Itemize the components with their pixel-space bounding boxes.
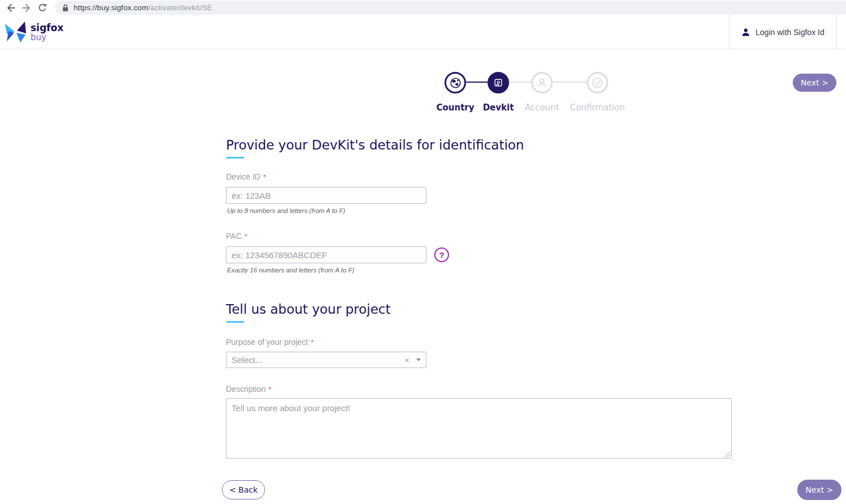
stepper-step-confirmation[interactable]: Confirmation [563, 72, 631, 113]
purpose-select-placeholder: Select... [232, 355, 404, 365]
confirmation-step-circle [587, 72, 608, 93]
pac-label: PAC* [226, 232, 247, 241]
description-textarea[interactable] [226, 398, 732, 459]
devkit-icon [494, 78, 503, 87]
pac-help-icon[interactable]: ? [434, 247, 449, 262]
user-icon [741, 28, 750, 37]
page: https://buy.sigfox.com/activate/devkit/S… [0, 0, 846, 504]
project-section-title: Tell us about your project [226, 302, 391, 317]
section-underline-2 [227, 321, 244, 323]
back-button[interactable]: < Back [222, 480, 265, 499]
reload-icon[interactable] [36, 2, 49, 14]
pac-label-text: PAC [226, 232, 242, 241]
devkit-step-circle [488, 72, 509, 93]
forward-arrow-icon[interactable] [20, 2, 33, 14]
purpose-required-mark: * [311, 338, 314, 347]
sigfox-butterfly-icon [5, 21, 27, 44]
pac-helper: Exactly 16 numbers and letters (from A t… [227, 267, 354, 274]
pac-required-mark: * [245, 232, 247, 241]
chevron-down-icon[interactable] [416, 358, 421, 361]
logo-title: sigfox [31, 23, 63, 33]
description-label: Description* [226, 385, 271, 394]
login-label: Login with Sigfox Id [755, 28, 824, 37]
lock-icon [62, 4, 69, 12]
purpose-select[interactable]: Select... × [226, 352, 426, 368]
logo-text: sigfox buy [31, 23, 63, 42]
url-host: https://buy.sigfox.com [74, 3, 148, 12]
next-button-top[interactable]: Next > [793, 74, 836, 92]
url-path: /activate/devkit/SE [148, 3, 212, 12]
account-person-icon [536, 77, 548, 88]
description-field-wrap [226, 398, 732, 459]
logo-subtitle: buy [31, 33, 63, 42]
device-id-label: Device ID* [226, 172, 266, 181]
devkit-section-title: Provide your DevKit's details for identi… [226, 138, 524, 152]
check-circle-icon [592, 77, 603, 88]
next-button-bottom[interactable]: Next > [797, 480, 841, 500]
description-required-mark: * [268, 385, 271, 394]
browser-toolbar: https://buy.sigfox.com/activate/devkit/S… [0, 0, 846, 15]
sigfox-logo[interactable]: sigfox buy [5, 21, 63, 44]
url-text: https://buy.sigfox.com/activate/devkit/S… [74, 3, 212, 12]
device-id-required-mark: * [263, 173, 266, 181]
section-underline [227, 157, 244, 159]
device-id-label-text: Device ID [226, 172, 260, 181]
resize-handle[interactable] [724, 451, 731, 458]
confirmation-step-label: Confirmation [563, 102, 631, 113]
globe-icon [450, 78, 461, 88]
device-id-input[interactable] [226, 187, 426, 204]
device-id-helper: Up to 8 numbers and letters (from A to F… [227, 207, 345, 214]
back-arrow-icon[interactable] [5, 2, 17, 14]
account-step-circle [531, 72, 553, 93]
pac-input[interactable] [226, 246, 426, 263]
site-header: sigfox buy Login with Sigfox Id [0, 15, 846, 49]
login-button[interactable]: Login with Sigfox Id [729, 15, 837, 49]
country-step-circle [445, 72, 466, 93]
description-label-text: Description [226, 385, 266, 394]
purpose-label-text: Purpose of your project [226, 338, 308, 347]
purpose-label: Purpose of your project* [226, 338, 314, 347]
clear-icon[interactable]: × [404, 355, 409, 365]
url-bar[interactable]: https://buy.sigfox.com/activate/devkit/S… [55, 1, 846, 15]
